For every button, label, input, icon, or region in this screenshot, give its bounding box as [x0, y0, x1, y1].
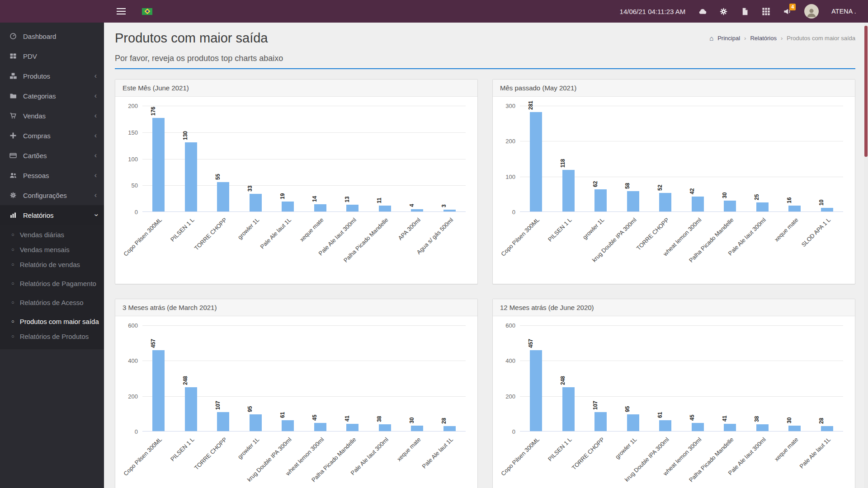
subitem-label: Produtos com maior saída: [20, 318, 99, 325]
sidebar-item-pessoas[interactable]: Pessoas: [0, 165, 104, 185]
bar-value-label: 14: [312, 196, 317, 202]
sidebar-item-compras[interactable]: Compras: [0, 126, 104, 145]
x-axis-category-label: Pale Ale laut 1L: [259, 216, 293, 250]
sidebar-item-cartoes[interactable]: Cartões: [0, 145, 104, 165]
chart-panel-12-months-ago: 12 Meses atrás (de June 2020) 4572481079…: [492, 299, 855, 488]
gridline: [520, 325, 843, 326]
sidebar-item-categorias[interactable]: Categorias: [0, 86, 104, 106]
avatar[interactable]: [804, 4, 819, 19]
bar: [821, 426, 833, 431]
gridline: [520, 141, 843, 141]
sidebar-item-relatorios[interactable]: Relatórios: [0, 205, 104, 225]
sidebar-subitem-produtos-com-maior-saida[interactable]: Produtos com maior saída: [0, 314, 104, 329]
announcement-icon[interactable]: 4: [783, 7, 792, 16]
x-axis-category-label: growler 1L: [236, 436, 260, 460]
breadcrumb-separator-icon: [744, 35, 746, 42]
bar-value-label: 10: [819, 200, 824, 206]
gears-icon: [9, 192, 17, 199]
bar: [379, 424, 391, 431]
x-axis-category-label: Copo Pilsen 300ML: [500, 436, 541, 477]
bar: [562, 387, 575, 431]
x-axis-category-label: Pale Ale laut 1L: [420, 436, 454, 470]
username-label[interactable]: ATENA .: [831, 8, 856, 15]
bar: [788, 206, 801, 211]
y-axis-tick-label: 200: [496, 138, 515, 145]
datetime-label: 14/06/21 04:11:23 AM: [620, 8, 686, 15]
gridline: [142, 325, 466, 326]
dashboard-icon: [9, 33, 17, 40]
x-axis-category-label: growler 1L: [581, 216, 606, 241]
sidebar-item-label: Pessoas: [23, 172, 89, 179]
bar: [282, 202, 294, 211]
y-axis-tick-label: 0: [496, 209, 515, 216]
bar-value-label: 19: [280, 193, 285, 199]
scrollbar-thumb[interactable]: [864, 26, 868, 157]
chevron-left-icon: [94, 172, 97, 179]
hamburger-icon[interactable]: [114, 6, 128, 16]
cart-icon: [9, 112, 17, 119]
y-axis-tick-label: 100: [119, 155, 138, 162]
bar-value-label: 33: [247, 186, 253, 192]
bar: [185, 387, 197, 431]
bar-value-label: 16: [787, 197, 792, 203]
x-axis-category-label: TORRE CHOPP: [635, 216, 670, 252]
products-icon: [9, 72, 17, 80]
bar: [724, 201, 736, 211]
x-axis-category-label: TORRE CHOPP: [193, 436, 228, 471]
y-axis-tick-label: 200: [496, 393, 515, 399]
sidebar-subitem-vendas-diarias[interactable]: Vendas diárias: [0, 227, 104, 242]
bar-value-label: 4: [409, 204, 415, 207]
sidebar-item-label: Vendas: [23, 112, 89, 120]
bar-value-label: 58: [625, 183, 630, 189]
bar-value-label: 25: [754, 194, 760, 200]
y-axis-tick-label: 0: [119, 428, 138, 435]
subitem-label: Relatórios de Acesso: [20, 299, 84, 306]
circle-icon: [11, 300, 14, 305]
file-icon[interactable]: [741, 7, 749, 16]
grid-icon[interactable]: [762, 7, 770, 16]
top-bar: 14/06/21 04:11:23 AM 4 ATENA .: [0, 0, 868, 23]
bar: [821, 208, 833, 211]
bar: [217, 412, 229, 431]
brazil-flag-icon[interactable]: [142, 8, 152, 15]
sidebar-subitem-relatorio-de-vendas[interactable]: Relatório de vendas: [0, 257, 104, 272]
bar-chart-this-month: 17613055331914131143050100150200Copo Pil…: [119, 103, 474, 283]
sidebar-item-dashboard[interactable]: Dashboard: [0, 26, 104, 46]
x-axis-category-label: PILSEN 1 L: [547, 436, 573, 463]
sidebar-subitem-relatorios-de-produtos[interactable]: Relatórios de Produtos: [0, 329, 104, 344]
sidebar-subitem-relatorios-de-acesso[interactable]: Relatórios de Acesso: [0, 295, 104, 310]
pos-grid-icon: [9, 52, 17, 60]
cloud-icon[interactable]: [698, 7, 707, 16]
bar: [282, 420, 294, 431]
bar: [530, 112, 542, 211]
bar-value-label: 457: [528, 339, 533, 348]
bar-value-label: 107: [593, 401, 598, 410]
home-icon: [709, 35, 713, 42]
sidebar-subitem-relatorios-de-pagamento[interactable]: Relatórios de Pagamento: [0, 276, 104, 291]
bar-value-label: 41: [344, 416, 350, 422]
bar: [411, 209, 423, 211]
sidebar-item-label: Compras: [23, 132, 89, 140]
sidebar-item-pdv[interactable]: PDV: [0, 46, 104, 66]
gear-icon[interactable]: [719, 7, 728, 16]
chevron-down-icon: [92, 214, 99, 216]
sidebar-item-configuracoes[interactable]: Configurações: [0, 185, 104, 205]
subitem-label: Relatório de vendas: [20, 261, 80, 268]
bar: [185, 142, 197, 211]
bar: [659, 193, 671, 211]
chart-panel-title: 3 Meses atrás (de March 2021): [115, 299, 477, 316]
chart-panel-title: Este Mês (June 2021): [115, 80, 477, 97]
breadcrumb-relatorios[interactable]: Relatórios: [750, 35, 777, 42]
bar: [152, 350, 165, 431]
sidebar: Dashboard PDV Produtos Categorias Vendas…: [0, 23, 104, 488]
circle-icon: [11, 334, 14, 339]
chart-panel-3-months-ago: 3 Meses atrás (de March 2021) 4572481079…: [115, 299, 478, 488]
sidebar-subitem-vendas-mensais[interactable]: Vendas mensais: [0, 242, 104, 257]
breadcrumb-principal[interactable]: Principal: [717, 35, 740, 42]
sidebar-item-produtos[interactable]: Produtos: [0, 66, 104, 86]
y-axis-tick-label: 600: [496, 322, 515, 329]
sidebar-item-vendas[interactable]: Vendas: [0, 106, 104, 126]
brand-space: [0, 0, 104, 23]
gridline: [142, 132, 466, 133]
circle-icon: [11, 262, 14, 267]
